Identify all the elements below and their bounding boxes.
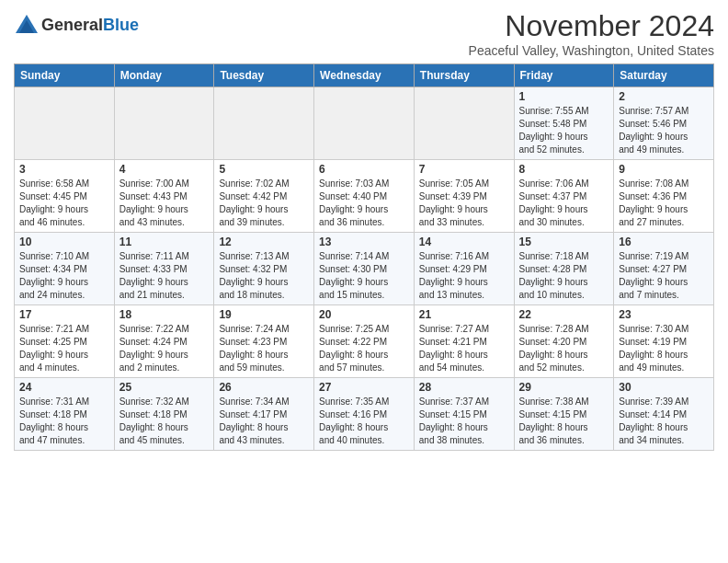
day-cell: 1Sunrise: 7:55 AM Sunset: 5:48 PM Daylig… [514, 87, 614, 160]
day-cell: 17Sunrise: 7:21 AM Sunset: 4:25 PM Dayli… [15, 305, 115, 378]
day-cell: 21Sunrise: 7:27 AM Sunset: 4:21 PM Dayli… [414, 305, 514, 378]
day-info: Sunrise: 7:35 AM Sunset: 4:16 PM Dayligh… [319, 396, 409, 447]
week-row-5: 24Sunrise: 7:31 AM Sunset: 4:18 PM Dayli… [15, 378, 714, 451]
location-subtitle: Peaceful Valley, Washington, United Stat… [469, 43, 714, 58]
day-cell: 7Sunrise: 7:05 AM Sunset: 4:39 PM Daylig… [414, 160, 514, 233]
day-info: Sunrise: 7:38 AM Sunset: 4:15 PM Dayligh… [519, 396, 609, 447]
day-cell: 27Sunrise: 7:35 AM Sunset: 4:16 PM Dayli… [314, 378, 415, 451]
day-number: 13 [319, 236, 409, 248]
day-cell: 5Sunrise: 7:02 AM Sunset: 4:42 PM Daylig… [214, 160, 314, 233]
day-info: Sunrise: 7:03 AM Sunset: 4:40 PM Dayligh… [319, 178, 409, 229]
day-info: Sunrise: 7:13 AM Sunset: 4:32 PM Dayligh… [219, 250, 309, 302]
day-info: Sunrise: 7:24 AM Sunset: 4:23 PM Dayligh… [219, 323, 309, 374]
logo-text: GeneralBlue [41, 16, 139, 36]
day-cell: 28Sunrise: 7:37 AM Sunset: 4:15 PM Dayli… [414, 378, 514, 451]
day-number: 9 [619, 163, 709, 176]
day-cell: 26Sunrise: 7:34 AM Sunset: 4:17 PM Dayli… [214, 378, 314, 451]
day-info: Sunrise: 7:14 AM Sunset: 4:30 PM Dayligh… [319, 250, 409, 302]
day-info: Sunrise: 7:05 AM Sunset: 4:39 PM Dayligh… [419, 178, 509, 229]
day-cell: 22Sunrise: 7:28 AM Sunset: 4:20 PM Dayli… [514, 305, 614, 378]
day-number: 16 [619, 236, 709, 248]
day-cell: 25Sunrise: 7:32 AM Sunset: 4:18 PM Dayli… [114, 378, 214, 451]
header-row: SundayMondayTuesdayWednesdayThursdayFrid… [15, 64, 714, 87]
title-block: November 2024 Peaceful Valley, Washingto… [469, 9, 714, 58]
day-cell: 9Sunrise: 7:08 AM Sunset: 4:36 PM Daylig… [614, 160, 714, 233]
day-number: 20 [319, 308, 409, 321]
day-info: Sunrise: 7:16 AM Sunset: 4:29 PM Dayligh… [419, 250, 509, 302]
day-number: 1 [519, 90, 609, 103]
day-cell: 2Sunrise: 7:57 AM Sunset: 5:46 PM Daylig… [614, 87, 714, 160]
week-row-3: 10Sunrise: 7:10 AM Sunset: 4:34 PM Dayli… [15, 233, 714, 305]
day-header-saturday: Saturday [614, 64, 714, 87]
day-info: Sunrise: 7:18 AM Sunset: 4:28 PM Dayligh… [519, 250, 609, 302]
day-number: 12 [219, 236, 309, 248]
logo: GeneralBlue [14, 13, 139, 39]
day-number: 28 [419, 381, 509, 394]
day-number: 15 [519, 236, 609, 248]
day-info: Sunrise: 7:31 AM Sunset: 4:18 PM Dayligh… [19, 396, 109, 447]
day-cell: 13Sunrise: 7:14 AM Sunset: 4:30 PM Dayli… [314, 233, 415, 305]
day-number: 8 [519, 163, 609, 176]
day-info: Sunrise: 7:02 AM Sunset: 4:42 PM Dayligh… [219, 178, 309, 229]
day-number: 21 [419, 308, 509, 321]
day-number: 23 [619, 308, 709, 321]
day-number: 4 [119, 163, 210, 176]
day-info: Sunrise: 7:08 AM Sunset: 4:36 PM Dayligh… [619, 178, 709, 229]
day-cell: 23Sunrise: 7:30 AM Sunset: 4:19 PM Dayli… [614, 305, 714, 378]
day-info: Sunrise: 7:19 AM Sunset: 4:27 PM Dayligh… [619, 250, 709, 302]
day-cell [414, 87, 514, 160]
day-info: Sunrise: 7:30 AM Sunset: 4:19 PM Dayligh… [619, 323, 709, 374]
day-info: Sunrise: 7:57 AM Sunset: 5:46 PM Dayligh… [619, 105, 709, 156]
day-header-friday: Friday [514, 64, 614, 87]
calendar-header: SundayMondayTuesdayWednesdayThursdayFrid… [15, 64, 714, 87]
day-info: Sunrise: 7:06 AM Sunset: 4:37 PM Dayligh… [519, 178, 609, 229]
day-cell: 15Sunrise: 7:18 AM Sunset: 4:28 PM Dayli… [514, 233, 614, 305]
logo-blue: Blue [103, 16, 139, 34]
day-cell: 14Sunrise: 7:16 AM Sunset: 4:29 PM Dayli… [414, 233, 514, 305]
day-number: 30 [619, 381, 709, 394]
day-info: Sunrise: 7:27 AM Sunset: 4:21 PM Dayligh… [419, 323, 509, 374]
day-number: 27 [319, 381, 409, 394]
day-number: 5 [219, 163, 309, 176]
calendar-table: SundayMondayTuesdayWednesdayThursdayFrid… [14, 63, 714, 451]
month-title: November 2024 [469, 9, 714, 43]
day-cell: 20Sunrise: 7:25 AM Sunset: 4:22 PM Dayli… [314, 305, 415, 378]
day-header-sunday: Sunday [15, 64, 115, 87]
day-cell: 30Sunrise: 7:39 AM Sunset: 4:14 PM Dayli… [614, 378, 714, 451]
day-info: Sunrise: 7:10 AM Sunset: 4:34 PM Dayligh… [19, 250, 109, 302]
day-cell: 11Sunrise: 7:11 AM Sunset: 4:33 PM Dayli… [114, 233, 214, 305]
day-cell: 24Sunrise: 7:31 AM Sunset: 4:18 PM Dayli… [15, 378, 115, 451]
day-cell: 16Sunrise: 7:19 AM Sunset: 4:27 PM Dayli… [614, 233, 714, 305]
day-info: Sunrise: 7:00 AM Sunset: 4:43 PM Dayligh… [119, 178, 210, 229]
day-cell: 19Sunrise: 7:24 AM Sunset: 4:23 PM Dayli… [214, 305, 314, 378]
day-info: Sunrise: 6:58 AM Sunset: 4:45 PM Dayligh… [19, 178, 109, 229]
day-number: 19 [219, 308, 309, 321]
day-number: 22 [519, 308, 609, 321]
day-header-wednesday: Wednesday [314, 64, 415, 87]
day-info: Sunrise: 7:22 AM Sunset: 4:24 PM Dayligh… [119, 323, 210, 374]
day-header-thursday: Thursday [414, 64, 514, 87]
day-number: 18 [119, 308, 210, 321]
day-info: Sunrise: 7:21 AM Sunset: 4:25 PM Dayligh… [19, 323, 109, 374]
day-cell: 8Sunrise: 7:06 AM Sunset: 4:37 PM Daylig… [514, 160, 614, 233]
day-number: 14 [419, 236, 509, 248]
day-number: 25 [119, 381, 210, 394]
day-number: 2 [619, 90, 709, 103]
day-info: Sunrise: 7:25 AM Sunset: 4:22 PM Dayligh… [319, 323, 409, 374]
day-cell: 12Sunrise: 7:13 AM Sunset: 4:32 PM Dayli… [214, 233, 314, 305]
page-header: GeneralBlue November 2024 Peaceful Valle… [14, 9, 714, 58]
week-row-4: 17Sunrise: 7:21 AM Sunset: 4:25 PM Dayli… [15, 305, 714, 378]
day-info: Sunrise: 7:28 AM Sunset: 4:20 PM Dayligh… [519, 323, 609, 374]
day-cell [314, 87, 415, 160]
logo-general: General [41, 16, 103, 34]
day-cell: 29Sunrise: 7:38 AM Sunset: 4:15 PM Dayli… [514, 378, 614, 451]
day-cell [214, 87, 314, 160]
day-number: 29 [519, 381, 609, 394]
day-number: 10 [19, 236, 109, 248]
day-info: Sunrise: 7:11 AM Sunset: 4:33 PM Dayligh… [119, 250, 210, 302]
day-header-monday: Monday [114, 64, 214, 87]
calendar-body: 1Sunrise: 7:55 AM Sunset: 5:48 PM Daylig… [15, 87, 714, 451]
day-number: 6 [319, 163, 409, 176]
day-cell: 18Sunrise: 7:22 AM Sunset: 4:24 PM Dayli… [114, 305, 214, 378]
logo-icon [14, 13, 40, 39]
